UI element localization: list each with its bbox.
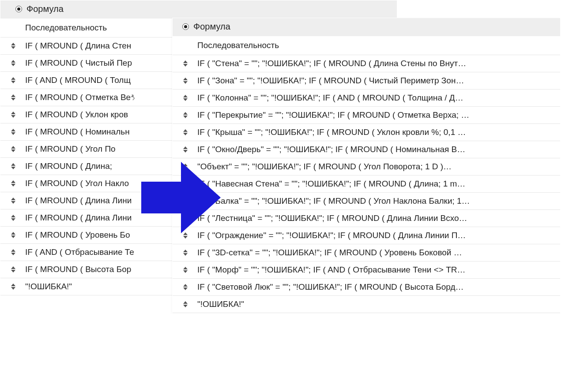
sequence-row[interactable]: IF ( "Зона" = ""; "!ОШИБКА!"; IF ( MROUN… — [173, 72, 560, 90]
formula-text: IF ( "Крыша" = ""; "!ОШИБКА!"; IF ( MROU… — [197, 127, 560, 137]
sequence-header-right: Последовательность — [173, 36, 560, 55]
sequence-row[interactable]: "Объект" = ""; "!ОШИБКА!"; IF ( MROUND (… — [173, 158, 560, 175]
radio-formula-left[interactable] — [15, 6, 22, 12]
drag-handle-icon[interactable] — [181, 284, 190, 290]
sequence-row[interactable]: IF ( "Стена" = ""; "!ОШИБКА!"; IF ( MROU… — [173, 55, 560, 72]
formula-text: "!ОШИБКА!" — [197, 299, 560, 309]
drag-handle-icon[interactable] — [8, 198, 18, 204]
formula-text: IF ( "Стена" = ""; "!ОШИБКА!"; IF ( MROU… — [197, 59, 560, 68]
svg-marker-0 — [141, 162, 221, 233]
drag-handle-icon[interactable] — [8, 146, 18, 152]
drag-handle-icon[interactable] — [8, 284, 18, 290]
panel-left-title: Формула — [26, 4, 64, 14]
drag-handle-icon[interactable] — [8, 43, 18, 49]
sequence-row[interactable]: IF ( "Перекрытие" = ""; "!ОШИБКА!"; IF (… — [173, 107, 560, 124]
drag-handle-icon[interactable] — [181, 60, 190, 67]
drag-handle-icon[interactable] — [8, 129, 18, 135]
drag-handle-icon[interactable] — [181, 95, 190, 101]
radio-formula-right[interactable] — [182, 23, 189, 30]
formula-text: "Объект" = ""; "!ОШИБКА!"; IF ( MROUND (… — [197, 162, 560, 172]
sequence-area-right: Последовательность IF ( "Стена" = ""; "!… — [173, 36, 560, 313]
transition-arrow-icon — [141, 158, 221, 237]
drag-handle-icon[interactable] — [8, 77, 18, 83]
sequence-row[interactable]: IF ( "Лестница" = ""; "!ОШИБКА!"; IF ( M… — [173, 210, 560, 227]
drag-handle-icon[interactable] — [181, 250, 190, 256]
drag-handle-icon[interactable] — [8, 163, 18, 169]
sequence-row[interactable]: IF ( "Световой Люк" = ""; "!ОШИБКА!"; IF… — [173, 279, 560, 296]
formula-text: IF ( "Морф" = ""; "!ОШИБКА!"; IF ( AND (… — [197, 265, 560, 275]
sequence-row[interactable]: IF ( "3D-сетка" = ""; "!ОШИБКА!"; IF ( M… — [173, 244, 560, 261]
sequence-row[interactable]: IF ( "Окно/Дверь" = ""; "!ОШИБКА!"; IF (… — [173, 141, 560, 158]
drag-handle-icon[interactable] — [8, 180, 18, 187]
sequence-row[interactable]: IF ( "Крыша" = ""; "!ОШИБКА!"; IF ( MROU… — [173, 124, 560, 141]
panel-right-title: Формула — [193, 22, 230, 32]
panel-left-header: Формула — [0, 0, 397, 19]
drag-handle-icon[interactable] — [181, 112, 190, 118]
drag-handle-icon[interactable] — [181, 267, 190, 273]
sequence-row[interactable]: "!ОШИБКА!" — [173, 296, 560, 313]
panel-right-header: Формула — [173, 18, 560, 36]
drag-handle-icon[interactable] — [181, 129, 190, 135]
drag-handle-icon[interactable] — [8, 232, 18, 238]
sequence-row[interactable]: IF ( "Навесная Стена" = ""; "!ОШИБКА!"; … — [173, 175, 560, 193]
sequence-row[interactable]: IF ( "Балка" = ""; "!ОШИБКА!"; IF ( MROU… — [173, 193, 560, 210]
formula-text: IF ( "3D-сетка" = ""; "!ОШИБКА!"; IF ( M… — [197, 248, 560, 258]
formula-text: IF ( "Навесная Стена" = ""; "!ОШИБКА!"; … — [197, 179, 560, 189]
formula-text: IF ( "Ограждение" = ""; "!ОШИБКА!"; IF (… — [197, 231, 560, 240]
drag-handle-icon[interactable] — [8, 249, 18, 255]
formula-text: IF ( "Колонна" = ""; "!ОШИБКА!"; IF ( AN… — [197, 93, 560, 103]
drag-handle-icon[interactable] — [8, 94, 18, 101]
formula-text: IF ( "Перекрытие" = ""; "!ОШИБКА!"; IF (… — [197, 110, 560, 120]
drag-handle-icon[interactable] — [8, 266, 18, 273]
drag-handle-icon[interactable] — [181, 78, 190, 84]
formula-text: IF ( "Зона" = ""; "!ОШИБКА!"; IF ( MROUN… — [197, 76, 560, 86]
drag-handle-icon[interactable] — [8, 215, 18, 221]
formula-text: IF ( "Окно/Дверь" = ""; "!ОШИБКА!"; IF (… — [197, 145, 560, 154]
sequence-row[interactable]: IF ( "Морф" = ""; "!ОШИБКА!"; IF ( AND (… — [173, 261, 560, 279]
drag-handle-icon[interactable] — [8, 60, 18, 66]
formula-text: IF ( "Лестница" = ""; "!ОШИБКА!"; IF ( M… — [197, 213, 560, 223]
drag-handle-icon[interactable] — [181, 146, 190, 153]
panel-right: Формула Последовательность IF ( "Стена" … — [172, 18, 561, 314]
drag-handle-icon[interactable] — [8, 112, 18, 118]
drag-handle-icon[interactable] — [181, 301, 190, 307]
formula-text: IF ( "Световой Люк" = ""; "!ОШИБКА!"; IF… — [197, 282, 560, 292]
sequence-row[interactable]: IF ( "Колонна" = ""; "!ОШИБКА!"; IF ( AN… — [173, 90, 560, 107]
formula-text: IF ( "Балка" = ""; "!ОШИБКА!"; IF ( MROU… — [197, 196, 560, 206]
sequence-row[interactable]: IF ( "Ограждение" = ""; "!ОШИБКА!"; IF (… — [173, 227, 560, 244]
